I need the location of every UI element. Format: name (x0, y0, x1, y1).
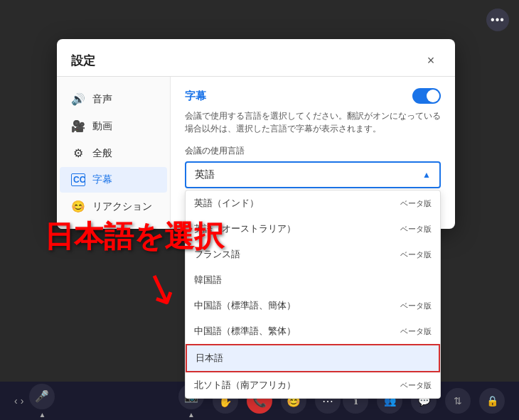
gear-icon: ⚙ (71, 146, 85, 160)
modal-title: 設定 (71, 53, 95, 69)
language-label: 韓国語 (194, 274, 222, 286)
sidebar-item-audio[interactable]: 🔊 音声 (60, 86, 167, 112)
nav-left-button[interactable]: ‹ (14, 395, 18, 406)
dropdown-item-northern-sotho[interactable]: 北ソト語（南アフリカ） ベータ版 (186, 372, 440, 398)
modal-header: 設定 × (57, 39, 455, 77)
sidebar-label-video: 動画 (92, 120, 112, 133)
sidebar-label-captions: 字幕 (92, 173, 112, 186)
language-label: 北ソト語（南アフリカ） (194, 379, 296, 392)
close-button[interactable]: × (421, 50, 441, 70)
sidebar-label-general: 全般 (92, 147, 112, 160)
beta-badge: ベータ版 (400, 326, 432, 337)
sidebar-item-captions[interactable]: CC 字幕 (60, 167, 167, 193)
settings-content: 字幕 会議で使用する言語を選択してください。翻訳がオンになっている場合以外は、選… (171, 77, 455, 229)
field-label: 会議の使用言語 (185, 145, 441, 157)
language-dropdown[interactable]: 英語 ▲ (185, 161, 441, 188)
lock-button[interactable]: 🔒 (479, 388, 505, 414)
language-label: 中国語（標準語、繁体） (194, 325, 296, 338)
sidebar-item-reactions[interactable]: 😊 リアクション (60, 193, 167, 220)
dropdown-item-korean[interactable]: 韓国語 (186, 267, 440, 293)
mic-button[interactable]: 🎤 (29, 384, 55, 409)
captions-toggle[interactable] (412, 88, 441, 104)
mic-button-group[interactable]: 🎤 ▲ (29, 384, 55, 419)
dropdown-item-chinese-simplified[interactable]: 中国語（標準語、簡体） ベータ版 (186, 293, 440, 318)
dropdown-item-english-australia[interactable]: 英語（オーストラリア） ベータ版 (186, 216, 440, 242)
language-label: 英語（オーストラリア） (194, 222, 296, 235)
language-label: フランス語 (194, 248, 240, 261)
video-icon: 🎥 (71, 119, 85, 133)
beta-badge: ベータ版 (400, 249, 432, 260)
dropdown-list: 英語（インド） ベータ版 英語（オーストラリア） ベータ版 フランス語 ベータ版… (185, 190, 441, 399)
language-label: 中国語（標準語、簡体） (194, 299, 296, 312)
more-options-button[interactable]: ••• (486, 9, 509, 31)
share-icon: ⇅ (454, 395, 462, 406)
reactions-icon: 😊 (71, 200, 85, 213)
toolbar-left: ‹ › 🎤 ▲ (14, 384, 55, 419)
section-title: 字幕 (185, 90, 206, 103)
language-label: 英語（インド） (194, 197, 259, 210)
camera-chevron-icon: ▲ (188, 411, 195, 419)
sidebar-item-video[interactable]: 🎥 動画 (60, 113, 167, 139)
dropdown-item-japanese[interactable]: 日本語 (186, 344, 440, 372)
nav-right-button[interactable]: › (21, 395, 24, 406)
mic-chevron-icon: ▲ (38, 411, 46, 419)
beta-badge: ベータ版 (400, 224, 432, 235)
lock-icon: 🔒 (486, 395, 498, 406)
section-header: 字幕 (185, 88, 441, 104)
language-label: 日本語 (196, 352, 223, 365)
audio-icon: 🔊 (71, 92, 85, 106)
settings-sidebar: 🔊 音声 🎥 動画 ⚙ 全般 CC 字幕 😊 リアクション (57, 77, 171, 229)
captions-icon: CC (71, 173, 85, 186)
sidebar-label-audio: 音声 (92, 93, 112, 106)
section-description: 会議で使用する言語を選択してください。翻訳がオンになっている場合以外は、選択した… (185, 109, 441, 135)
modal-body: 🔊 音声 🎥 動画 ⚙ 全般 CC 字幕 😊 リアクション 字 (57, 77, 455, 229)
beta-badge: ベータ版 (400, 198, 432, 209)
dropdown-arrow-icon: ▲ (422, 170, 431, 180)
settings-modal: 設定 × 🔊 音声 🎥 動画 ⚙ 全般 CC 字幕 😊 リア (57, 39, 455, 229)
dropdown-item-chinese-traditional[interactable]: 中国語（標準語、繁体） ベータ版 (186, 318, 440, 344)
share-button[interactable]: ⇅ (445, 388, 471, 414)
language-dropdown-wrapper: 英語 ▲ 英語（インド） ベータ版 英語（オーストラリア） ベータ版 フランス語… (185, 161, 441, 188)
sidebar-item-general[interactable]: ⚙ 全般 (60, 140, 167, 166)
nav-arrows: ‹ › (14, 395, 23, 406)
sidebar-label-reactions: リアクション (92, 200, 152, 213)
beta-badge: ベータ版 (400, 380, 432, 391)
beta-badge: ベータ版 (400, 301, 432, 311)
mic-icon: 🎤 (35, 389, 49, 403)
selected-language: 英語 (195, 168, 215, 181)
dropdown-item-french[interactable]: フランス語 ベータ版 (186, 242, 440, 267)
dropdown-item-english-india[interactable]: 英語（インド） ベータ版 (186, 190, 440, 216)
